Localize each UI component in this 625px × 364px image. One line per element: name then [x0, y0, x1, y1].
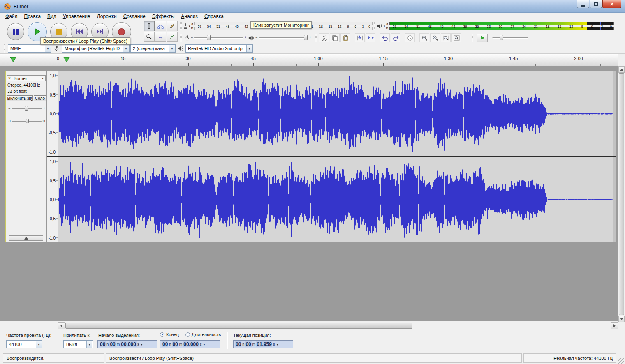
scroll-down-button[interactable] [618, 316, 625, 322]
current-position-time[interactable]: 00h00m01.959s▾ [233, 340, 293, 348]
menu-item-3[interactable]: Вид [44, 13, 60, 20]
combo-arrow-icon[interactable]: ▼ [45, 45, 51, 52]
scroll-right-button[interactable] [611, 322, 618, 329]
selection-end-time[interactable]: 00h00m00.000s▾ [160, 340, 220, 348]
quickplay-marker-icon[interactable] [10, 57, 16, 62]
recording-volume-slider[interactable]: −+ [192, 34, 246, 41]
dropdown-arrow-icon[interactable]: ▾ [276, 343, 278, 346]
audio-track[interactable]: × Burner ▼ Стерео, 44100Hz 32-bit float … [5, 71, 616, 242]
recording-channels-select[interactable]: 2 (стерео) кана▼ [130, 44, 176, 53]
timeline-ruler[interactable]: 01530451:001:151:301:452:00 [0, 54, 618, 66]
slider-thumb[interactable] [500, 35, 503, 40]
solo-button[interactable]: Соло [34, 95, 46, 101]
playback-position-marker-icon[interactable] [63, 57, 70, 62]
toolbar-grab-handle[interactable] [374, 22, 375, 30]
draw-tool-button[interactable] [167, 21, 178, 31]
playback-meter-toolbar[interactable]: ▾ ЛП -57-54-51-48-45-42-39-36-33-30-27-2… [374, 21, 614, 31]
menu-item-6[interactable]: Создание [120, 13, 149, 20]
meter-dropdown-icon[interactable]: ▾ [384, 25, 385, 28]
track-collapse-button[interactable] [9, 235, 43, 241]
envelope-tool-button[interactable] [155, 21, 166, 31]
slider-thumb[interactable] [207, 35, 211, 40]
menu-item-9[interactable]: Справка [201, 13, 227, 20]
undo-button[interactable] [380, 33, 390, 42]
waveform-canvas-left[interactable] [58, 71, 616, 156]
redo-button[interactable] [391, 33, 400, 42]
toolbar-grab-handle[interactable] [180, 34, 182, 41]
menu-item-8[interactable]: Анализ [178, 13, 201, 20]
playback-device-select[interactable]: Realtek HD Audio 2nd outp▼ [185, 44, 253, 53]
fit-project-button[interactable] [451, 33, 461, 42]
multi-tool-button[interactable] [167, 32, 178, 42]
zoom-tool-button[interactable] [144, 32, 155, 42]
track-header[interactable]: × Burner ▼ [7, 75, 46, 81]
radio-length[interactable] [185, 332, 190, 337]
dropdown-arrow-icon[interactable]: ▾ [141, 343, 142, 346]
timeshift-tool-button[interactable]: ↔ [155, 32, 166, 42]
trim-audio-button[interactable] [355, 33, 365, 42]
track-name[interactable]: Burner [12, 76, 40, 81]
scroll-up-button[interactable] [618, 66, 625, 73]
menu-item-1[interactable]: Файл [2, 13, 21, 20]
meter-dropdown-icon[interactable]: ▾ [189, 25, 190, 28]
ruler-tick [123, 63, 123, 66]
radio-end-label[interactable]: Конец [166, 332, 179, 337]
combo-arrow-icon[interactable]: ▼ [123, 45, 129, 52]
scroll-left-button[interactable] [58, 322, 65, 329]
menu-item-5[interactable]: Дорожки [94, 13, 120, 20]
combo-arrow-icon[interactable]: ▼ [86, 341, 92, 348]
mute-button[interactable]: Выключить звук [7, 95, 33, 101]
vertical-scrollbar[interactable] [618, 66, 625, 322]
copy-button[interactable] [330, 33, 340, 42]
slider-thumb[interactable] [26, 119, 29, 123]
resize-grip[interactable] [618, 358, 624, 364]
playback-volume-slider[interactable]: −+ [256, 34, 310, 41]
horizontal-scroll-thumb[interactable] [65, 323, 412, 329]
selection-start-time[interactable]: 00h00m00.000s▾ [97, 340, 157, 348]
vertical-scroll-thumb[interactable] [619, 73, 624, 315]
vertical-ruler-left-channel[interactable]: 1,00,50,0-0,5-1,0 [47, 71, 58, 156]
waveform-canvas-right[interactable] [58, 157, 616, 242]
track-close-icon[interactable]: × [7, 76, 12, 81]
maximize-button[interactable] [590, 0, 602, 8]
snap-to-select[interactable]: Выкл▼ [63, 340, 93, 348]
project-rate-select[interactable]: 44100▼ [6, 340, 42, 348]
slider-thumb[interactable] [25, 106, 28, 111]
slider-thumb[interactable] [304, 35, 308, 40]
track-pan-slider[interactable]: Л П [8, 118, 45, 124]
vertical-ruler-right-channel[interactable]: 1,00,50,0-0,5-1,0 [47, 157, 58, 242]
fit-selection-button[interactable] [441, 33, 451, 42]
combo-arrow-icon[interactable]: ▼ [246, 45, 252, 52]
combo-arrow-icon[interactable]: ▼ [169, 45, 175, 52]
zoom-in-button[interactable] [419, 33, 429, 42]
pause-button[interactable] [7, 23, 24, 40]
dropdown-arrow-icon[interactable]: ▾ [203, 343, 205, 346]
selection-tool-button[interactable] [144, 21, 155, 31]
menu-item-7[interactable]: Эффекты [149, 13, 178, 20]
audio-host-select[interactable]: MME▼ [8, 44, 51, 53]
play-at-speed-button[interactable] [477, 34, 488, 42]
toolbar-grab-handle[interactable] [180, 22, 182, 30]
toolbar-grab-handle[interactable] [4, 44, 5, 53]
sync-lock-button[interactable] [405, 33, 415, 42]
combo-arrow-icon[interactable]: ▼ [36, 341, 42, 348]
silence-audio-button[interactable] [366, 33, 375, 42]
recording-device-select[interactable]: Микрофон (Realtek High D▼ [62, 44, 130, 53]
track-menu-arrow-icon[interactable]: ▼ [40, 77, 45, 80]
minimize-button[interactable] [577, 0, 589, 8]
horizontal-scrollbar[interactable] [58, 322, 618, 329]
close-button[interactable]: × [602, 0, 621, 8]
menu-item-2[interactable]: Правка [21, 13, 44, 20]
menu-item-4[interactable]: Управление [60, 13, 94, 20]
paste-button[interactable] [340, 33, 350, 42]
toolbar-grab-handle[interactable] [315, 34, 317, 41]
toolbar-grab-handle[interactable] [472, 34, 473, 41]
playback-speed-slider[interactable] [490, 34, 531, 41]
playback-meter-bars[interactable]: -57-54-51-48-45-42-39-36-33-30-27-24-21-… [389, 21, 614, 31]
title-bar[interactable]: Burner × [0, 0, 625, 13]
track-gain-slider[interactable]: − + [8, 105, 45, 112]
cut-button[interactable] [319, 33, 329, 42]
radio-end[interactable] [160, 332, 164, 337]
zoom-out-button[interactable] [430, 33, 440, 42]
radio-length-label[interactable]: Длительность [192, 332, 221, 337]
